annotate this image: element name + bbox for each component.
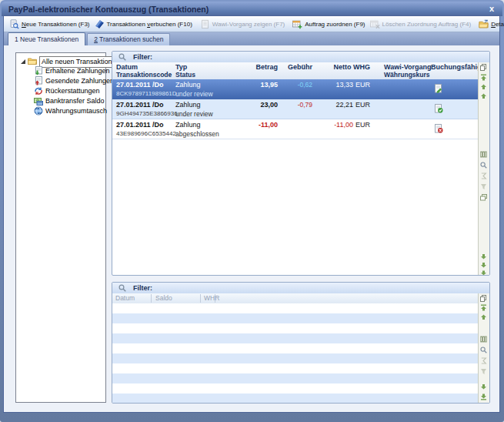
tree-item-banktransfer-saldo[interactable]: Banktransfer Saldo	[16, 96, 105, 106]
toolbar-button-label: Löschen Zuordnung Auftrag (F4)	[382, 21, 472, 28]
tree-item-erhaltene-zahlungen[interactable]: Erhaltene Zahlungen	[16, 66, 105, 76]
tab-strip: 1 Neue Transaktionen 2 Transaktionen suc…	[4, 32, 499, 45]
select-records-icon[interactable]	[480, 64, 487, 71]
empty-row	[112, 343, 479, 353]
cell-netto-whg: 13,33EUR	[317, 81, 370, 89]
toolbar-button-auftrag-zuordnen[interactable]: Auftrag zuordnen (F9)	[290, 18, 367, 30]
saldo-rows-empty	[112, 303, 479, 404]
bookable-ok-icon	[434, 104, 443, 113]
grid-nav-strip	[478, 62, 489, 275]
row-up-icon[interactable]	[480, 92, 487, 99]
title-bar: PayPal-elektronischer Kontoauszug (Trans…	[2, 2, 502, 16]
filter-icon-disabled	[480, 183, 487, 190]
filter-magnifier-icon	[118, 284, 126, 292]
cell-betrag: 23,00	[212, 101, 278, 109]
show-wawi-icon	[200, 19, 210, 29]
empty-row	[112, 323, 479, 333]
new-transactions-icon	[9, 19, 19, 29]
empty-row	[112, 373, 479, 383]
toolbar-button-label: Neue Transaktionen (F3)	[22, 21, 90, 28]
filter-magnifier-icon	[118, 53, 126, 61]
toolbar-button-wawi-vorgang-zeigen: Wawi-Vorgang zeigen (F7)	[198, 18, 287, 30]
empty-row	[112, 303, 479, 313]
empty-row	[112, 383, 479, 394]
tab-neue-transaktionen[interactable]: 1 Neue Transaktionen	[8, 32, 85, 45]
page-up-icon[interactable]	[480, 83, 487, 90]
tree-root-alle-neuen-transaktionen[interactable]: Alle neuen Transaktionen	[16, 56, 105, 66]
transaction-row[interactable]: 27.01.2011 /Do 43E989696C6535442 Zahlung…	[112, 119, 479, 139]
search-icon[interactable]	[480, 347, 487, 353]
filter-label: Filter:	[133, 284, 152, 292]
app-window: PayPal-elektronischer Kontoauszug (Trans…	[0, 0, 504, 422]
column-separator[interactable]	[200, 294, 201, 303]
empty-row	[112, 363, 479, 373]
assign-order-icon	[292, 19, 302, 29]
empty-row	[112, 333, 479, 343]
column-header-whr[interactable]: WHR	[204, 294, 219, 302]
cell-status: under review	[175, 110, 213, 118]
row-down-icon[interactable]	[480, 383, 487, 390]
cell-status: under review	[175, 90, 213, 98]
empty-row	[112, 353, 479, 363]
details-icon	[479, 19, 489, 29]
cell-datum: 27.01.2011 /Do	[116, 121, 164, 129]
go-first-icon[interactable]	[480, 74, 487, 81]
row-up-icon[interactable]	[480, 313, 487, 320]
refunds-icon	[34, 86, 43, 95]
tree-item-gesendete-zahlungen[interactable]: Gesendete Zahlungen	[16, 76, 105, 86]
column-separator[interactable]	[151, 294, 152, 303]
columns-icon[interactable]	[480, 336, 487, 343]
column-separator[interactable]	[215, 294, 215, 303]
cell-betrag: 13,95	[212, 81, 278, 89]
bookable-edit-icon	[434, 84, 443, 93]
saldo-filter-bar[interactable]: Filter:	[112, 283, 489, 294]
toolbar-button-details[interactable]: Details	[476, 18, 504, 30]
toolbar: Neue Transaktionen (F3) Transaktionen ve…	[4, 16, 499, 32]
transaction-row[interactable]: 27.01.2011 /Do 9GH494735E3866936 Zahlung…	[112, 99, 479, 119]
sum-icon-disabled	[480, 357, 487, 364]
cell-status: abgeschlossen	[175, 130, 219, 138]
bookable-no-icon	[434, 124, 443, 133]
close-button[interactable]: x	[489, 4, 494, 13]
transaction-row-selected[interactable]: 27.01.2011 /Do 8CK9789711989861D Zahlung…	[112, 79, 479, 99]
page-down-icon[interactable]	[480, 262, 487, 269]
search-icon[interactable]	[480, 162, 487, 169]
select-records-icon[interactable]	[480, 295, 487, 302]
transactions-grid-panel: Filter: Datum Transaktionscode Typ Statu…	[112, 51, 490, 276]
toolbar-button-label: Auftrag zuordnen (F9)	[305, 21, 365, 28]
empty-row	[112, 394, 479, 404]
tab-transaktionen-suchen[interactable]: 2 Transaktionen suchen	[87, 33, 170, 45]
window-title: PayPal-elektronischer Kontoauszug (Trans…	[8, 5, 209, 14]
grid-nav-strip	[478, 293, 489, 403]
cell-typ: Zahlung	[175, 81, 201, 89]
column-header-datum[interactable]: Datum	[115, 294, 135, 302]
columns-icon[interactable]	[480, 151, 487, 158]
received-payments-icon	[34, 66, 43, 75]
filter-icon-disabled	[480, 368, 487, 375]
transactions-filter-bar[interactable]: Filter:	[112, 52, 489, 63]
column-header-saldo[interactable]: Saldo	[155, 294, 172, 302]
empty-row	[112, 313, 479, 323]
tree-expand-icon[interactable]	[21, 59, 25, 64]
go-first-icon[interactable]	[480, 304, 487, 311]
toolbar-button-neue-transaktionen[interactable]: Neue Transaktionen (F3)	[7, 18, 92, 30]
saldo-grid-header: Datum Saldo WHR	[112, 293, 479, 304]
cell-transaktionscode: 8CK9789711989861D	[116, 90, 177, 97]
cell-gebuehr: -0,62	[280, 81, 312, 89]
tree-item-waehrungsumtausch[interactable]: Währungsumtausch	[16, 106, 105, 116]
cell-betrag: -11,00	[212, 121, 278, 129]
cell-gebuehr: -0,79	[280, 101, 312, 109]
go-last-icon[interactable]	[480, 270, 487, 276]
tree-item-rueckerstattungen[interactable]: Rückerstattungen	[16, 86, 105, 96]
toolbar-button-label: Wawi-Vorgang zeigen (F7)	[212, 21, 285, 28]
copy-icon[interactable]	[480, 194, 487, 201]
saldo-grid-panel: Filter: Datum Saldo WHR	[112, 282, 490, 404]
go-last-icon[interactable]	[480, 394, 487, 400]
transactions-grid-header: Datum Transaktionscode Typ Status Betrag…	[112, 62, 479, 80]
toolbar-button-transaktionen-verbuchen[interactable]: Transaktionen verbuchen (F10)	[92, 18, 195, 30]
sent-payments-icon	[34, 76, 43, 85]
sum-icon-disabled	[480, 172, 487, 179]
cell-typ: Zahlung	[175, 101, 201, 109]
row-down-icon[interactable]	[480, 253, 487, 260]
cell-datum: 27.01.2011 /Do	[116, 81, 164, 89]
